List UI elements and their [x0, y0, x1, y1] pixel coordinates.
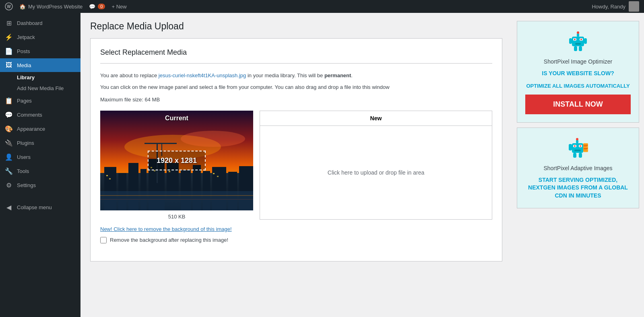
new-link[interactable]: + New [111, 4, 126, 10]
ad1-cta: OPTIMIZE ALL IMAGES AUTOMATICALLY [526, 82, 630, 90]
main-card: Select Replacement Media You are about t… [90, 38, 502, 261]
remove-bg-checkbox[interactable] [100, 237, 107, 243]
wp-logo-link[interactable]: W [5, 2, 13, 10]
svg-point-4 [181, 131, 245, 147]
svg-text:W: W [7, 4, 11, 9]
desc-part1: You are about to replace [100, 72, 159, 78]
ad-shortpixel-adaptive: ShortPixel Adaptive Images START SERVING… [517, 128, 639, 208]
plugins-icon: 🔌 [5, 139, 13, 147]
svg-rect-21 [106, 175, 108, 176]
svg-rect-36 [575, 43, 581, 45]
install-now-button[interactable]: INSTALL NOW [525, 95, 631, 114]
sidebar-label-settings: Settings [17, 182, 36, 188]
ad2-title: ShortPixel Adaptive Images [543, 165, 612, 171]
media-icon: 🖼 [5, 62, 13, 69]
sidebar-subitem-library[interactable]: Library [0, 72, 80, 83]
ads-column: ShortPixel Image Optimizer IS YOUR WEBSI… [512, 13, 644, 317]
sidebar-item-dashboard[interactable]: ⊞ Dashboard [0, 16, 80, 30]
svg-rect-48 [574, 150, 581, 151]
settings-icon: ⚙ [5, 181, 13, 189]
new-panel[interactable]: New Click here to upload or drop file in… [260, 111, 492, 220]
appearance-icon: 🎨 [5, 125, 13, 133]
svg-rect-56 [584, 150, 587, 150]
sidebar-item-comments[interactable]: 💬 Comments [0, 108, 80, 122]
current-label: Current [100, 115, 253, 122]
new-panel-label: New [260, 111, 492, 126]
sidebar-item-pages[interactable]: 📋 Pages [0, 94, 80, 108]
sidebar-item-appearance[interactable]: 🎨 Appearance [0, 122, 80, 136]
sidebar-item-plugins[interactable]: 🔌 Plugins [0, 136, 80, 150]
sidebar-collapse[interactable]: ◀ Collapse menu [0, 200, 80, 214]
svg-rect-25 [169, 171, 170, 172]
jetpack-icon: ⚡ [5, 33, 13, 41]
sidebar-label-comments: Comments [17, 112, 42, 118]
sidebar: ⊞ Dashboard ⚡ Jetpack 📄 Posts 🖼 Media Li… [0, 13, 80, 317]
sidebar-item-media[interactable]: 🖼 Media [0, 58, 80, 72]
drop-area[interactable]: Click here to upload or drop file in are… [328, 126, 424, 219]
ad2-tagline: START SERVING OPTIMIZED, NEXTGEN IMAGES … [525, 176, 631, 200]
site-name-link[interactable]: 🏠 My WordPress Website [19, 4, 83, 10]
sidebar-label-plugins: Plugins [17, 140, 34, 146]
svg-rect-39 [569, 38, 572, 44]
collapse-icon: ◀ [5, 204, 13, 211]
admin-bar: W 🏠 My WordPress Website 💬 0 + New Howdy… [0, 0, 644, 13]
svg-rect-57 [573, 153, 576, 158]
admin-bar-left: W 🏠 My WordPress Website 💬 0 + New [5, 2, 585, 10]
svg-rect-29 [100, 195, 253, 196]
checkbox-label: Remove the background after replacing th… [110, 237, 228, 243]
sidebar-label-users: Users [17, 154, 31, 160]
layout: ⊞ Dashboard ⚡ Jetpack 📄 Posts 🖼 Media Li… [0, 13, 644, 317]
svg-rect-54 [584, 146, 587, 147]
svg-point-45 [574, 145, 576, 147]
dashboard-icon: ⊞ [5, 19, 13, 27]
comments-link[interactable]: 💬 0 [89, 4, 105, 10]
svg-rect-42 [579, 46, 582, 51]
home-icon: 🏠 [19, 4, 26, 10]
new-label: + New [111, 4, 126, 10]
filename-link[interactable]: jesus-curiel-nskeft4t1KA-unsplash.jpg [159, 72, 246, 78]
robot-icon-2 [566, 136, 590, 160]
sidebar-item-users[interactable]: 👤 Users [0, 150, 80, 164]
max-file-label: Maximum file size: 64 MB [100, 97, 492, 103]
svg-rect-52 [583, 143, 588, 152]
wp-logo-icon: W [5, 2, 13, 10]
main-content: Replace Media Upload Select Replacement … [80, 13, 644, 317]
svg-rect-41 [574, 46, 577, 51]
sidebar-label-collapse: Collapse menu [17, 204, 52, 210]
admin-bar-right: Howdy, Randy [592, 1, 639, 12]
current-panel: Current 1920 x 1281 510 KB [100, 111, 253, 220]
pages-icon: 📋 [5, 97, 13, 105]
sidebar-item-posts[interactable]: 📄 Posts [0, 44, 80, 58]
ad1-tagline: IS YOUR WEBSITE SLOW? [542, 70, 614, 78]
svg-rect-31 [572, 37, 584, 46]
svg-rect-51 [569, 144, 572, 150]
sidebar-item-tools[interactable]: 🔧 Tools [0, 164, 80, 178]
sidebar-subitem-add-new[interactable]: Add New Media File [0, 83, 80, 94]
svg-point-35 [580, 39, 582, 40]
sidebar-item-jetpack[interactable]: ⚡ Jetpack [0, 30, 80, 44]
remove-bg-link[interactable]: New! Click here to remove the background… [100, 226, 492, 232]
sidebar-item-settings[interactable]: ⚙ Settings [0, 178, 80, 192]
dimension-badge: 1920 x 1281 [148, 150, 206, 170]
svg-rect-58 [579, 153, 582, 158]
site-name: My WordPress Website [28, 4, 83, 10]
users-icon: 👤 [5, 153, 13, 161]
current-image-wrapper: Current 1920 x 1281 [100, 111, 253, 210]
permanent-text: permanent [324, 72, 351, 78]
sidebar-label-jetpack: Jetpack [17, 34, 35, 40]
svg-rect-53 [584, 145, 588, 146]
page-content: Replace Media Upload Select Replacement … [80, 13, 512, 317]
svg-rect-43 [572, 143, 583, 153]
ad-shortpixel-optimizer: ShortPixel Image Optimizer IS YOUR WEBSI… [517, 21, 639, 123]
posts-icon: 📄 [5, 47, 13, 55]
ad1-title: ShortPixel Image Optimizer [544, 58, 612, 65]
avatar [629, 1, 639, 12]
file-size: 510 KB [100, 214, 253, 220]
svg-point-47 [580, 145, 581, 147]
sidebar-label-appearance: Appearance [17, 126, 45, 132]
desc-part2: in your media library. This will be [246, 72, 324, 78]
svg-rect-37 [577, 33, 579, 37]
checkbox-row: Remove the background after replacing th… [100, 237, 492, 243]
svg-rect-30 [100, 199, 253, 200]
sidebar-label-media: Media [17, 62, 31, 68]
